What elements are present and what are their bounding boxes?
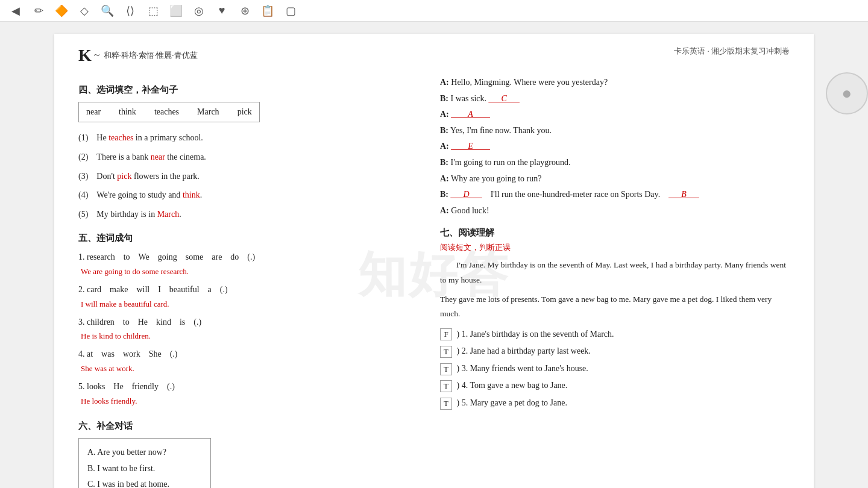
reading-passage-2: They gave me lots of presents. Tom gave … <box>440 292 790 322</box>
back-icon[interactable]: ◀ <box>7 2 24 19</box>
fill-1-rest: in a primary school. <box>133 133 203 142</box>
judge-item-4: T ) 4. Tom gave a new bag to Jane. <box>440 378 790 394</box>
right-column: A: Hello, Mingming. Where were you yeste… <box>428 74 790 488</box>
heart-icon[interactable]: ♥ <box>213 2 230 19</box>
section6: 六、补全对话 A. Are you better now? B. I want … <box>78 421 428 488</box>
fill-5-rest: . <box>179 210 181 219</box>
answer-C: ___C___ <box>489 94 520 103</box>
plus-icon[interactable]: ⊕ <box>236 2 253 19</box>
judge-letter-3: T <box>440 363 452 375</box>
sentence-item-4: 4. at was work She (.) <box>78 347 428 361</box>
word-think: think <box>119 107 136 117</box>
dialog-line-8: B: ___D___ I'll run the one-hundred-mete… <box>440 187 790 203</box>
search-icon[interactable]: 🔍 <box>99 2 116 19</box>
judge-letter-1: F <box>440 328 452 340</box>
judge-letter-4: T <box>440 380 452 392</box>
section5-items: 1. research to We going some are do (.) … <box>78 250 428 406</box>
fill-item-3: (3) Don't pick flowers in the park. <box>78 169 428 184</box>
crop-icon[interactable]: ▢ <box>282 2 299 19</box>
fill-2-answer: near <box>151 152 165 161</box>
highlight-icon[interactable]: 🔶 <box>53 2 70 19</box>
logo-brand: 和粹·科培·索悟·惟麗·青优蓝 <box>104 50 198 61</box>
judge-letter-2: T <box>440 346 452 358</box>
section7: 七、阅读理解 阅读短文，判断正误 I'm Jane. My birthday i… <box>440 227 790 411</box>
document-page: 知好答 K ~ 和粹·科培·索悟·惟麗·青优蓝 卡乐英语 · 湘少版期末复习冲刺… <box>54 34 814 488</box>
word-box: near think teaches March pick <box>78 102 260 122</box>
judge-item-3: T ) 3. Many friends went to Jane's house… <box>440 361 790 377</box>
dialog-line-7: A: Why are you going to run? <box>440 171 790 187</box>
float-button[interactable]: ● <box>826 72 868 114</box>
page-container: 知好答 K ~ 和粹·科培·索悟·惟麗·青优蓝 卡乐英语 · 湘少版期末复习冲刺… <box>0 22 868 488</box>
section4-title: 四、选词填空，补全句子 <box>78 84 428 96</box>
shape-icon[interactable]: ◇ <box>76 2 93 19</box>
choice-C: C. I was in bed at home. <box>87 477 202 488</box>
circle-icon[interactable]: ◎ <box>190 2 207 19</box>
section6-dialog: A: Hello, Mingming. Where were you yeste… <box>440 75 790 219</box>
dialog-line-9: A: Good luck! <box>440 203 790 219</box>
judge-item-5: T ) 5. Mary gave a pet dog to Jane. <box>440 395 790 411</box>
judge-item-2: T ) 2. Jane had a birthday party last we… <box>440 343 790 360</box>
word-march: March <box>197 107 219 117</box>
clipboard-icon[interactable]: 📋 <box>259 2 276 19</box>
main-columns: 四、选词填空，补全句子 near think teaches March pic… <box>78 74 790 488</box>
fill-3-rest: flowers in the park. <box>131 172 199 181</box>
answer-D: ___D___ <box>451 190 482 199</box>
section6-title: 六、补全对话 <box>78 421 428 432</box>
sentence-item-1: 1. research to We going some are do (.) <box>78 250 428 264</box>
word-teaches: teaches <box>154 107 179 117</box>
dialog-line-2: B: I was sick. ___C___ <box>440 91 790 107</box>
logo-letter: K <box>78 46 92 65</box>
fill-3-num: (3) Don't <box>78 172 117 181</box>
dialog-line-1: A: Hello, Mingming. Where were you yeste… <box>440 75 790 91</box>
section7-subtitle: 阅读短文，判断正误 <box>440 242 790 253</box>
sentence-answer-5: He looks friendly. <box>81 396 428 406</box>
dialog-line-6: B: I'm going to run on the playground. <box>440 155 790 171</box>
answer-A: ____A____ <box>451 110 490 119</box>
fill-5-num: (5) My birthday is in <box>78 210 157 219</box>
fill-item-5: (5) My birthday is in March. <box>78 207 428 222</box>
fill-2-num: (2) There is a bank <box>78 152 151 161</box>
fill-1-num: (1) He <box>78 133 108 142</box>
fill-3-answer: pick <box>117 172 131 181</box>
logo-swoosh: ~ <box>94 49 100 62</box>
answer-B: ___B___ <box>668 190 699 199</box>
fill-4-rest: . <box>200 190 203 199</box>
sentence-item-2: 2. card make will I beautiful a (.) <box>78 283 428 297</box>
judge-item-1: F ) 1. Jane's birthday is on the seventh… <box>440 327 790 343</box>
dialog-line-3: A: ____A____ <box>440 107 790 123</box>
judge-letter-5: T <box>440 398 452 410</box>
sentence-item-3: 3. children to He kind is (.) <box>78 315 428 330</box>
logo-area: K ~ 和粹·科培·索悟·惟麗·青优蓝 卡乐英语 · 湘少版期末复习冲刺卷 <box>78 46 790 65</box>
fill-2-rest: the cinema. <box>165 152 206 161</box>
fill-4-num: (4) We're going to study and <box>78 190 183 199</box>
choice-B: B. I want to be first. <box>87 461 202 477</box>
word-pick: pick <box>237 107 252 117</box>
rect-icon[interactable]: ⬜ <box>168 2 184 19</box>
fill-1-answer: teaches <box>108 133 133 142</box>
bracket-icon[interactable]: ⟨⟩ <box>122 2 139 19</box>
fill-5-answer: March <box>157 210 180 219</box>
sentence-answer-4: She was at work. <box>81 364 428 374</box>
left-column: 四、选词填空，补全句子 near think teaches March pic… <box>78 74 428 488</box>
section5-title: 五、连词成句 <box>78 233 428 244</box>
toolbar: ◀ ✏ 🔶 ◇ 🔍 ⟨⟩ ⬚ ⬜ ◎ ♥ ⊕ 📋 ▢ <box>0 0 868 22</box>
header-right-text: 卡乐英语 · 湘少版期末复习冲刺卷 <box>674 46 790 57</box>
dialog-line-4: B: Yes, I'm fine now. Thank you. <box>440 123 790 139</box>
fill-item-1: (1) He teaches in a primary school. <box>78 131 428 145</box>
sentence-answer-1: We are going to do some research. <box>81 267 428 277</box>
answer-E: ____E____ <box>451 142 490 151</box>
edit-icon[interactable]: ✏ <box>30 2 47 19</box>
section6-choices: A. Are you better now? B. I want to be f… <box>78 438 211 488</box>
dialog-line-5: A: ____E____ <box>440 139 790 155</box>
sentence-item-5: 5. looks He friendly (.) <box>78 380 428 394</box>
choice-A: A. Are you better now? <box>87 445 202 461</box>
fill-4-answer: think <box>183 190 200 199</box>
fill-item-2: (2) There is a bank near the cinema. <box>78 150 428 164</box>
sentence-answer-3: He is kind to children. <box>81 331 428 341</box>
section7-title: 七、阅读理解 <box>440 227 790 239</box>
sentence-answer-2: I will make a beautiful card. <box>81 299 428 309</box>
reading-passage: I'm Jane. My birthday is on the seventh … <box>440 258 790 287</box>
table-icon[interactable]: ⬚ <box>145 2 162 19</box>
fill-item-4: (4) We're going to study and think. <box>78 188 428 202</box>
word-near: near <box>86 107 101 117</box>
